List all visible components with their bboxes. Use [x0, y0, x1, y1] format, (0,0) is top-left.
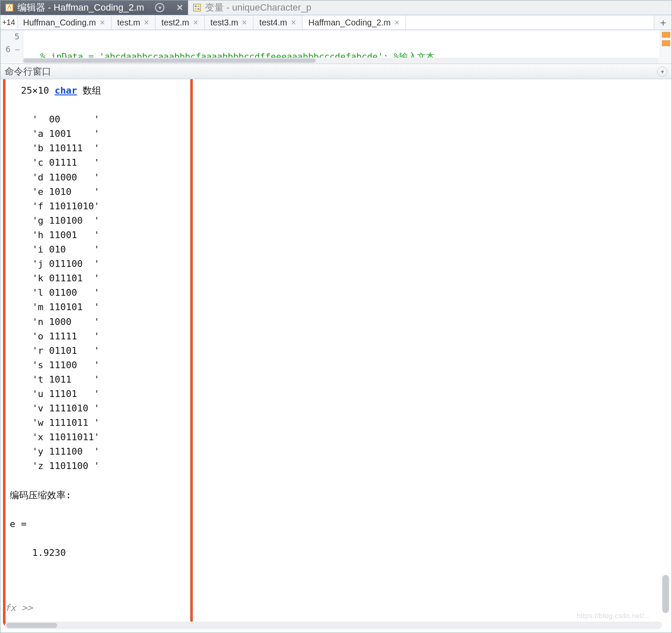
add-tab-button[interactable]: ＋ — [654, 16, 672, 29]
command-window-body[interactable]: 25×10 char 数组 ' 00 ' 'a 1001 ' 'b 110111… — [0, 79, 672, 633]
scrollbar-thumb[interactable] — [6, 623, 57, 628]
svg-rect-5 — [197, 8, 200, 10]
file-tab-label: test3.m — [211, 18, 239, 28]
file-tab-strip: +14 Huffman_Coding.m✕test.m✕test2.m✕test… — [0, 15, 672, 30]
variables-window-title: 变量 - uniqueCharacter_p — [205, 1, 311, 14]
file-tab-label: test.m — [117, 18, 140, 28]
file-tab[interactable]: Haffman_Coding_2.m✕ — [303, 15, 406, 30]
editor-window-segment: 编辑器 - Haffman_Coding_2.m ▾ ✕ — [0, 0, 188, 15]
file-tab-label: test4.m — [259, 18, 287, 28]
close-icon[interactable]: ✕ — [176, 3, 183, 13]
command-window-titlebar: 命令行窗口 ▾ — [0, 64, 672, 79]
file-tab[interactable]: Huffman_Coding.m✕ — [17, 15, 111, 30]
file-tab-label: test2.m — [161, 18, 189, 28]
line-number: 5 — [14, 31, 19, 42]
editor-window-title: 编辑器 - Haffman_Coding_2.m — [17, 1, 144, 14]
editor-icon — [5, 3, 14, 12]
restore-icon[interactable]: ▾ — [155, 3, 164, 12]
svg-rect-1 — [194, 4, 201, 11]
file-tab[interactable]: test.m✕ — [111, 15, 156, 30]
file-tab-label: Huffman_Coding.m — [23, 18, 96, 28]
command-prompt[interactable]: fx >> — [5, 602, 33, 613]
close-tab-icon[interactable]: ✕ — [394, 19, 400, 27]
command-vertical-scrollbar[interactable] — [662, 82, 669, 613]
command-output: 25×10 char 数组 ' 00 ' 'a 1001 ' 'b 110111… — [10, 83, 655, 616]
command-horizontal-scrollbar[interactable] — [5, 622, 662, 629]
line-offset-indicator[interactable]: +14 — [0, 15, 17, 30]
char-type-link[interactable]: char — [55, 85, 77, 96]
file-tab[interactable]: test3.m✕ — [205, 15, 254, 30]
svg-rect-4 — [195, 8, 197, 10]
warning-marker-icon[interactable] — [662, 40, 670, 46]
file-tab[interactable]: test4.m✕ — [253, 15, 303, 30]
warning-marker-icon[interactable] — [662, 32, 670, 38]
file-tabs: Huffman_Coding.m✕test.m✕test2.m✕test3.m✕… — [17, 15, 654, 30]
panel-menu-icon[interactable]: ▾ — [657, 67, 667, 77]
code-minimap[interactable] — [660, 30, 672, 64]
svg-rect-2 — [195, 6, 197, 8]
close-tab-icon[interactable]: ✕ — [193, 19, 198, 27]
editor-body: 5 6– % inData = 'abcdaabbccaaabbbcfaaaab… — [0, 30, 672, 64]
file-tab-label: Haffman_Coding_2.m — [308, 18, 391, 28]
close-tab-icon[interactable]: ✕ — [242, 19, 247, 27]
file-tab[interactable]: test2.m✕ — [156, 15, 205, 30]
close-tab-icon[interactable]: ✕ — [291, 19, 296, 27]
scrollbar-thumb[interactable] — [662, 575, 669, 613]
line-offset-label: +14 — [2, 18, 15, 27]
watermark-text: https://blog.csdn.net/... — [577, 612, 650, 620]
variables-icon — [192, 3, 202, 12]
close-tab-icon[interactable]: ✕ — [144, 19, 149, 27]
editor-gutter: 5 6– — [0, 30, 23, 64]
variables-window-segment[interactable]: 变量 - uniqueCharacter_p — [188, 0, 672, 15]
close-tab-icon[interactable]: ✕ — [100, 19, 105, 27]
breakpoint-dash-icon[interactable]: – — [15, 45, 19, 54]
svg-rect-3 — [197, 6, 200, 8]
line-number: 6 — [6, 44, 11, 54]
window-title-bar: 编辑器 - Haffman_Coding_2.m ▾ ✕ 变量 - unique… — [0, 0, 672, 15]
app-frame: 编辑器 - Haffman_Coding_2.m ▾ ✕ 变量 - unique… — [0, 0, 672, 633]
scrollbar-thumb[interactable] — [23, 58, 316, 63]
command-window-title: 命令行窗口 — [5, 65, 51, 78]
editor-horizontal-scrollbar[interactable] — [23, 58, 659, 64]
